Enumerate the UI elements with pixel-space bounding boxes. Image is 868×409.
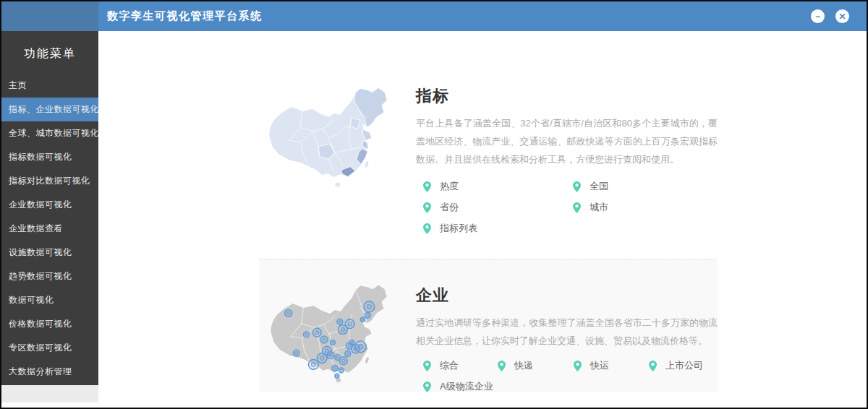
sidebar-item[interactable]: 大数据分析管理 (1, 360, 98, 384)
china-indicator-choropleth-map (259, 81, 404, 197)
section-enterprises-body: 企业 通过实地调研等多种渠道，收集整理了涵盖全国各省市二十多万家的物流相关企业信… (416, 259, 718, 392)
sidebar-item[interactable]: 趋势数据可视化 (1, 264, 98, 288)
sidebar-nav: 主页 指标、企业数据可视化 全球、城市数据可视化 指标数据可视化 (1, 74, 98, 384)
app-body: 功能菜单 主页 指标、企业数据可视化 全球、城市数据可视化 (1, 31, 867, 408)
link-label: 上市公司 (665, 359, 703, 372)
map-pin-icon (574, 361, 582, 371)
window-controls: − ✕ (811, 1, 849, 31)
enterprise-link[interactable]: A级物流企业 (423, 380, 498, 393)
main-content: 指标 平台上具备了涵盖全国、32个省/直辖市/自治区和80多个主要城市的，覆盖地… (98, 31, 867, 408)
sidebar-item[interactable]: 指标、企业数据可视化 (1, 98, 98, 121)
china-enterprise-bubble-map (260, 280, 404, 388)
sidebar-item[interactable]: 指标数据可视化 (1, 145, 98, 169)
enterprise-link[interactable]: 快运 (574, 359, 649, 372)
sidebar-item[interactable]: 设施数据可视化 (1, 241, 98, 264)
map-pin-icon (649, 361, 657, 371)
sidebar-item-label: 指标、企业数据可视化 (9, 104, 98, 114)
section-title: 指标 (416, 85, 718, 107)
link-label: 指标列表 (440, 222, 477, 235)
sidebar-menu: 功能菜单 主页 指标、企业数据可视化 全球、城市数据可视化 (1, 31, 98, 385)
map-pin-icon (573, 202, 581, 213)
map-pin-icon (423, 382, 431, 392)
sidebar-item[interactable]: 数据可视化 (1, 288, 98, 312)
sidebar-item-label: 数据可视化 (9, 295, 54, 305)
enterprise-link[interactable]: 快递 (498, 359, 574, 372)
map-pin-icon (498, 361, 506, 371)
app-title: 数字孪生可视化管理平台系统 (107, 9, 263, 23)
sidebar-item[interactable]: 指标对比数据可视化 (1, 169, 98, 193)
sidebar-item-label: 设施数据可视化 (9, 247, 72, 257)
sidebar-item[interactable]: 价格数据可视化 (1, 312, 98, 336)
sidebar-item[interactable]: 全球、城市数据可视化 (1, 121, 98, 145)
app-header: 数字孪生可视化管理平台系统 − ✕ (1, 1, 867, 31)
indicator-link[interactable]: 城市 (573, 201, 718, 214)
sidebar-item-label: 指标数据可视化 (9, 152, 72, 162)
enterprise-link[interactable]: 上市公司 (649, 359, 718, 372)
link-label: 城市 (590, 201, 608, 214)
map-pin-icon (573, 181, 581, 192)
sidebar-item-label: 全球、城市数据可视化 (9, 128, 98, 138)
section-description: 平台上具备了涵盖全国、32个省/直辖市/自治区和80多个主要城市的，覆盖地区经济… (416, 114, 718, 168)
sidebar-item-label: 主页 (9, 80, 27, 90)
link-label: 快递 (514, 359, 533, 372)
close-icon[interactable]: ✕ (835, 9, 849, 23)
section-enterprises: 企业 通过实地调研等多种渠道，收集整理了涵盖全国各省市二十多万家的物流相关企业信… (259, 259, 718, 392)
china-bubble-map-svg (260, 280, 404, 388)
sidebar-footer (1, 385, 98, 402)
map-pin-icon (423, 181, 431, 192)
link-label: 综合 (440, 359, 459, 372)
sidebar-item-label: 指标对比数据可视化 (9, 176, 90, 186)
section-description: 通过实地调研等多种渠道，收集整理了涵盖全国各省市二十多万家的物流相关企业信息，让… (416, 314, 718, 350)
link-label: 省份 (440, 201, 459, 214)
app-window: 数字孪生可视化管理平台系统 − ✕ 功能菜单 主页 (0, 0, 868, 409)
sidebar-item-label: 企业数据查看 (9, 223, 63, 233)
sidebar: 功能菜单 主页 指标、企业数据可视化 全球、城市数据可视化 (1, 31, 98, 408)
header-sidebar-corner (1, 1, 98, 31)
sidebar-title: 功能菜单 (1, 31, 98, 74)
sidebar-item-label: 价格数据可视化 (9, 319, 72, 329)
section-indicators: 指标 平台上具备了涵盖全国、32个省/直辖市/自治区和80多个主要城市的，覆盖地… (259, 79, 718, 235)
indicator-links: 热度 全国 (416, 180, 718, 235)
sidebar-item-label: 趋势数据可视化 (9, 271, 72, 281)
indicator-link[interactable]: 省份 (423, 201, 573, 214)
header-title-bar: 数字孪生可视化管理平台系统 − ✕ (98, 1, 867, 31)
sidebar-item[interactable]: 主页 (1, 74, 98, 98)
sidebar-item[interactable]: 专区数据可视化 (1, 336, 98, 360)
sidebar-item-label: 专区数据可视化 (9, 343, 72, 353)
content-column: 指标 平台上具备了涵盖全国、32个省/直辖市/自治区和80多个主要城市的，覆盖地… (259, 79, 718, 392)
link-label: 全国 (590, 180, 608, 193)
sidebar-item[interactable]: 企业数据查看 (1, 217, 98, 241)
link-label: A级物流企业 (440, 380, 493, 393)
sidebar-item[interactable]: 企业数据可视化 (1, 193, 98, 217)
enterprise-link[interactable]: 综合 (423, 359, 498, 372)
indicator-link[interactable]: 全国 (573, 180, 718, 193)
sidebar-item-label: 大数据分析管理 (9, 366, 72, 376)
china-map-svg (259, 81, 404, 197)
indicator-link[interactable]: 指标列表 (423, 222, 573, 235)
section-title: 企业 (416, 285, 718, 306)
link-label: 热度 (440, 180, 459, 193)
link-label: 快运 (590, 359, 609, 372)
map-pin-icon (423, 223, 431, 234)
sidebar-item-label: 企业数据可视化 (9, 199, 72, 210)
map-pin-icon (423, 361, 431, 371)
indicator-link[interactable]: 热度 (423, 180, 573, 193)
section-indicators-body: 指标 平台上具备了涵盖全国、32个省/直辖市/自治区和80多个主要城市的，覆盖地… (416, 79, 718, 235)
minimize-icon[interactable]: − (811, 9, 825, 23)
map-pin-icon (423, 202, 431, 213)
enterprise-links: 综合 快递 (416, 359, 718, 393)
